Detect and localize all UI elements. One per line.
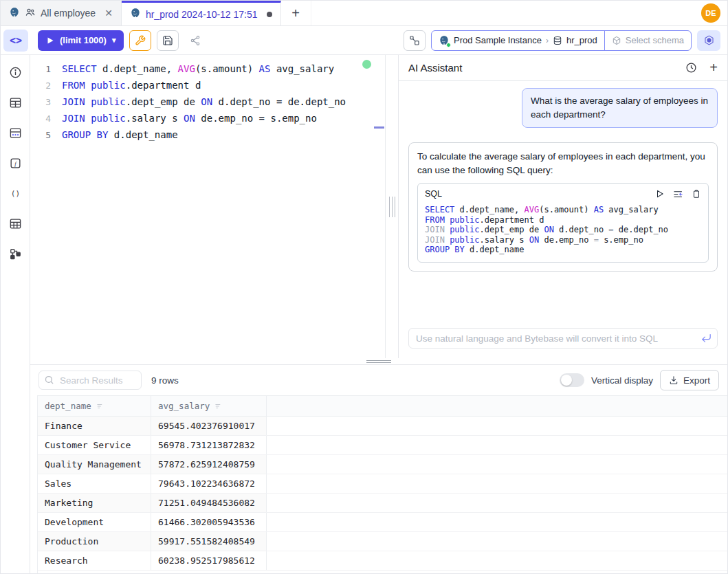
sidebar-item-function[interactable]: f: [9, 157, 22, 173]
cell-dept-name[interactable]: Sales: [38, 474, 151, 493]
table-row[interactable]: Customer Service56978.731213872832: [38, 436, 727, 455]
sql-token: public: [450, 235, 479, 245]
cell-avg-salary[interactable]: 56978.731213872832: [151, 436, 267, 454]
table-row[interactable]: Quality Management57872.625912408759: [38, 455, 727, 474]
editor-line[interactable]: 4JOIN public.salary s ON de.emp_no = s.e…: [30, 110, 385, 126]
sql-token: d.dept_no = de.dept_no: [212, 96, 346, 107]
ai-prompt-input[interactable]: [408, 328, 718, 349]
sql-token: public: [450, 225, 479, 234]
chevron-down-icon[interactable]: ▾: [112, 36, 116, 45]
export-button[interactable]: Export: [660, 370, 719, 390]
table-row[interactable]: Production59917.551582408549: [38, 532, 727, 551]
close-tab-icon[interactable]: ✕: [104, 8, 113, 19]
cell-avg-salary[interactable]: 71251.049484536082: [151, 494, 267, 512]
sql-token: de.dept_no: [614, 225, 668, 234]
user-message-bubble: What is the average salary of employees …: [522, 88, 718, 128]
cell-avg-salary[interactable]: 59917.551582408549: [151, 532, 267, 551]
editor-line[interactable]: 3JOIN public.dept_emp de ON d.dept_no = …: [30, 93, 385, 110]
table-row[interactable]: Sales79643.102234636872: [38, 474, 727, 494]
postgres-icon: [439, 35, 450, 46]
share-button[interactable]: [184, 30, 206, 51]
copy-icon[interactable]: [692, 189, 701, 199]
table-row[interactable]: Development61466.302005943536: [38, 513, 727, 532]
submit-return-icon[interactable]: [701, 332, 712, 344]
sort-icon[interactable]: [214, 402, 222, 410]
sidebar-item-table[interactable]: [9, 96, 22, 112]
sql-token: .department d: [126, 80, 201, 91]
connection-breadcrumb: Prod Sample Instance › hr_prod Select sc…: [431, 30, 692, 51]
sql-token: avg_salary: [604, 205, 658, 214]
table-row[interactable]: Research60238.952517985612: [38, 551, 727, 571]
editor-row: 1SELECT d.dept_name, AVG(s.amount) AS av…: [30, 55, 727, 358]
editor-code: JOIN public.salary s ON de.emp_no = s.em…: [62, 113, 317, 124]
sidebar-item-info[interactable]: [9, 66, 22, 82]
connection-instance-database[interactable]: Prod Sample Instance › hr_prod: [432, 31, 604, 50]
tab-label: All employee: [41, 8, 96, 19]
format-wrench-button[interactable]: [129, 30, 151, 51]
er-flow-icon: [9, 247, 22, 263]
cell-dept-name[interactable]: Production: [38, 532, 151, 551]
run-query-button[interactable]: (limit 1000) ▾: [38, 30, 124, 51]
results-table-header: dept_nameavg_salary: [38, 396, 727, 417]
results-table: dept_nameavg_salary Finance69545.4023769…: [37, 395, 727, 573]
sidebar-item-er-flow[interactable]: [9, 247, 22, 263]
schema-cube-icon: [612, 36, 621, 45]
share-icon: [190, 35, 201, 46]
cell-avg-salary[interactable]: 57872.625912408759: [151, 455, 267, 474]
connection-healthy-dot: [362, 60, 371, 69]
sort-icon[interactable]: [96, 402, 104, 410]
cell-avg-salary[interactable]: 69545.402376910017: [151, 417, 267, 435]
ai-code-line: JOIN public.salary s ON de.emp_no = s.em…: [425, 235, 701, 245]
table-row[interactable]: Marketing71251.049484536082: [38, 494, 727, 513]
results-table-body: Finance69545.402376910017Customer Servic…: [38, 417, 727, 571]
ai-assistant-toggle-button[interactable]: [697, 30, 720, 51]
cell-dept-name[interactable]: Research: [38, 551, 151, 570]
sql-editor[interactable]: 1SELECT d.dept_name, AVG(s.amount) AS av…: [30, 55, 386, 358]
sql-token: .salary s: [480, 235, 529, 245]
editor-line[interactable]: 2FROM public.department d: [30, 77, 385, 93]
new-chat-plus-icon[interactable]: +: [709, 60, 718, 76]
cell-avg-salary[interactable]: 61466.302005943536: [151, 513, 267, 531]
select-schema-dropdown[interactable]: Select schema: [604, 31, 691, 50]
cell-dept-name[interactable]: Finance: [38, 417, 151, 435]
cell-avg-salary[interactable]: 60238.952517985612: [151, 551, 267, 570]
vertical-resize-handle[interactable]: [386, 55, 398, 358]
code-panel-toggle-button[interactable]: <>: [3, 30, 28, 52]
vertical-display-toggle[interactable]: [560, 373, 584, 387]
column-header-avg_salary[interactable]: avg_salary: [151, 396, 267, 416]
left-icon-sidebar: f(): [1, 55, 30, 573]
history-clock-icon[interactable]: [685, 62, 697, 74]
horizontal-resize-handle[interactable]: [30, 358, 727, 365]
svg-text:(): (): [10, 189, 19, 198]
table-row[interactable]: Finance69545.402376910017: [38, 417, 727, 436]
database-icon: [553, 36, 562, 45]
cell-dept-name[interactable]: Quality Management: [38, 455, 151, 474]
tab-all-employee[interactable]: All employee ✕: [1, 1, 122, 25]
editor-code: JOIN public.dept_emp de ON d.dept_no = d…: [62, 96, 346, 107]
new-tab-button[interactable]: +: [281, 1, 311, 25]
ai-code-line: GROUP BY d.dept_name: [425, 245, 701, 255]
sidebar-item-brackets[interactable]: (): [9, 187, 22, 203]
save-button[interactable]: [157, 30, 179, 51]
sql-token: d.dept_name: [108, 129, 177, 140]
search-results-box: [38, 371, 142, 390]
column-header-empty: [267, 396, 727, 416]
cell-avg-salary[interactable]: 79643.102234636872: [151, 474, 267, 493]
main-area: f() 1SELECT d.dept_name, AVG(s.amount) A…: [1, 55, 727, 573]
run-play-icon[interactable]: [655, 189, 665, 199]
cell-dept-name[interactable]: Marketing: [38, 494, 151, 512]
sidebar-item-table-detail[interactable]: [9, 217, 22, 233]
sidebar-item-schema-diagram[interactable]: [9, 126, 22, 142]
cell-empty: [267, 513, 727, 531]
editor-line[interactable]: 1SELECT d.dept_name, AVG(s.amount) AS av…: [30, 60, 385, 77]
select-connection-button[interactable]: [404, 30, 426, 51]
cell-empty: [267, 436, 727, 454]
cell-dept-name[interactable]: Development: [38, 513, 151, 531]
user-avatar[interactable]: DE: [701, 3, 720, 23]
cell-dept-name[interactable]: Customer Service: [38, 436, 151, 454]
column-header-dept_name[interactable]: dept_name: [38, 396, 151, 416]
sql-token: public: [450, 215, 479, 225]
insert-into-editor-icon[interactable]: [673, 189, 683, 199]
tab-hr-prod[interactable]: hr_prod 2024-10-12 17:51: [122, 1, 281, 25]
editor-line[interactable]: 5GROUP BY d.dept_name: [30, 126, 385, 143]
